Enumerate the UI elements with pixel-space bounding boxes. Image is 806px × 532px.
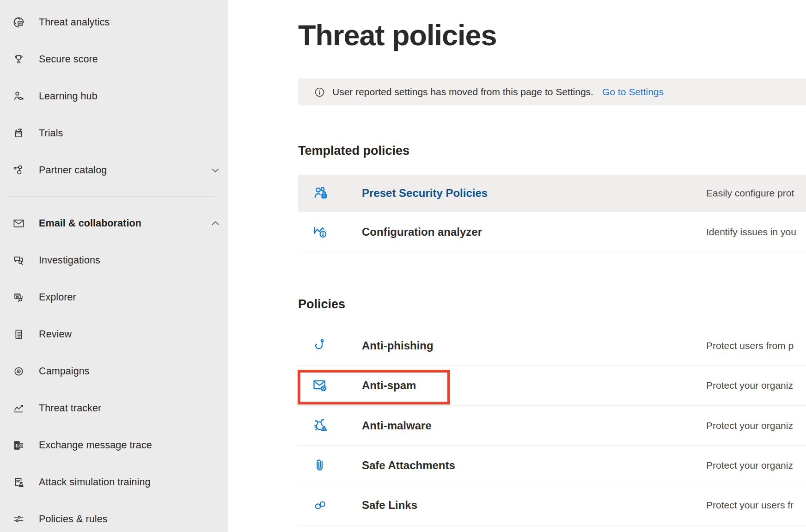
document-search-icon [12,291,25,304]
row-description: Protect your organiz [706,380,793,391]
sidebar-item-label: Attack simulation training [39,477,151,488]
sidebar-item-label: Campaigns [39,366,90,377]
bullseye-icon [12,365,25,378]
mail-block-icon [312,377,329,394]
sidebar-item-threat-analytics[interactable]: Threat analytics [0,4,228,41]
row-label[interactable]: Safe Links [362,499,417,512]
row-preset-security-policies[interactable]: Preset Security Policies Easily configur… [298,175,806,212]
sidebar-item-explorer[interactable]: Explorer [0,279,228,316]
row-description: Protect users from p [706,340,794,351]
sidebar-item-label: Trials [39,128,63,139]
people-lock-icon [312,184,330,202]
sidebar-item-threat-tracker[interactable]: Threat tracker [0,390,228,427]
chain-links-icon [312,497,329,514]
sidebar-item-email-collaboration[interactable]: Email & collaboration [0,205,228,242]
sidebar-item-label: Review [39,329,72,340]
main-content: Threat policies User reported settings h… [228,0,806,532]
banner-text: User reported settings has moved from th… [332,86,593,98]
graduate-person-icon [12,90,25,103]
page-title: Threat policies [298,18,497,52]
sidebar-item-campaigns[interactable]: Campaigns [0,353,228,390]
row-label[interactable]: Safe Attachments [362,459,455,472]
chevron-up-icon[interactable] [210,218,220,228]
checklist-icon [12,328,25,341]
row-label[interactable]: Preset Security Policies [362,187,488,200]
policies-heading: Policies [298,297,345,312]
app-root: Threat analytics Secure score Learning h… [0,0,806,532]
sidebar: Threat analytics Secure score Learning h… [0,0,228,532]
row-description: Protect your organiz [706,420,793,431]
svg-text:E: E [15,442,19,448]
info-icon [314,86,325,98]
sidebar-item-label: Investigations [39,255,100,266]
sidebar-item-label: Threat tracker [39,403,101,414]
row-description: Easily configure prot [706,188,794,199]
sidebar-item-secure-score[interactable]: Secure score [0,41,228,78]
trials-box-icon [12,127,25,140]
exchange-logo-icon: E [12,439,25,452]
row-description: Protect your organiz [706,460,793,471]
sidebar-divider [9,196,215,196]
row-anti-malware[interactable]: Anti-malware Protect your organiz [298,406,806,446]
sidebar-item-label: Learning hub [39,91,98,102]
row-label[interactable]: Anti-malware [362,419,432,432]
sidebar-item-partner-catalog[interactable]: Partner catalog [0,152,228,189]
sidebar-item-label: Threat analytics [39,17,110,28]
sidebar-item-label: Explorer [39,292,76,303]
info-banner: User reported settings has moved from th… [298,79,806,105]
sidebar-item-learning-hub[interactable]: Learning hub [0,78,228,115]
sidebar-item-exchange-message-trace[interactable]: E Exchange message trace [0,427,228,464]
templated-policies-heading: Templated policies [298,144,409,158]
sliders-icon [12,513,25,526]
row-anti-phishing[interactable]: Anti-phishing Protect users from p [298,326,806,366]
paperclip-icon [312,457,329,474]
line-chart-icon [12,402,25,415]
sidebar-item-label: Secure score [39,54,98,65]
sidebar-item-investigations[interactable]: Investigations [0,242,228,279]
sidebar-item-label: Partner catalog [39,165,107,176]
sidebar-item-attack-simulation-training[interactable]: Attack simulation training [0,464,228,501]
row-label[interactable]: Configuration analyzer [362,226,482,238]
bug-warning-icon [312,417,329,434]
partner-network-icon [12,164,25,177]
fish-hook-icon [312,337,329,354]
row-safe-attachments[interactable]: Safe Attachments Protect your organiz [298,446,806,485]
row-configuration-analyzer[interactable]: Configuration analyzer Identify issues i… [298,212,806,252]
row-description: Identify issues in you [706,226,796,238]
sidebar-item-policies-rules[interactable]: Policies & rules [0,501,228,532]
sidebar-item-label: Email & collaboration [39,218,141,229]
chat-search-icon [12,254,25,267]
chevron-down-icon[interactable] [210,165,220,175]
sidebar-item-review[interactable]: Review [0,316,228,353]
sidebar-item-label: Exchange message trace [39,440,152,451]
row-label[interactable]: Anti-phishing [362,339,434,352]
go-to-settings-link[interactable]: Go to Settings [602,86,664,98]
threat-analytics-icon [12,16,25,29]
sidebar-item-label: Policies & rules [39,514,108,525]
trophy-icon [12,53,25,66]
row-label[interactable]: Anti-spam [362,379,416,392]
row-safe-links[interactable]: Safe Links Protect your users fr [298,485,806,526]
row-anti-spam[interactable]: Anti-spam Protect your organiz [298,366,806,406]
envelope-icon [12,217,25,230]
chart-alert-icon [312,224,329,240]
row-description: Protect your users fr [706,500,794,511]
sidebar-item-trials[interactable]: Trials [0,115,228,152]
document-flask-icon [12,476,25,489]
